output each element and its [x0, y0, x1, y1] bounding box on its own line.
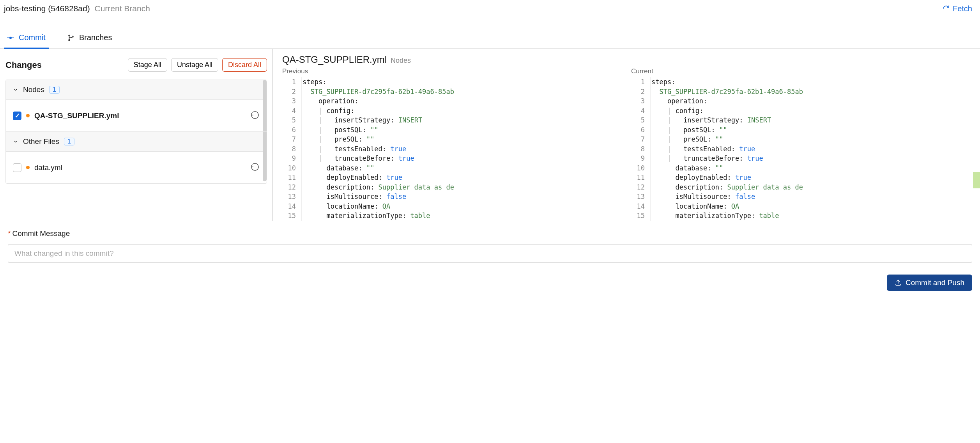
group-other-files-label: Other Files: [23, 137, 59, 146]
branch-hash: (546828ad): [48, 4, 90, 13]
group-other-files[interactable]: Other Files 1: [6, 132, 267, 152]
current-label: Current: [631, 67, 980, 77]
commit-icon: [7, 34, 14, 41]
unstage-all-button[interactable]: Unstage All: [171, 58, 218, 72]
chevron-down-icon: [13, 139, 18, 144]
diff-highlight-bar: [973, 172, 980, 188]
fetch-button[interactable]: Fetch: [943, 4, 972, 13]
upload-icon: [895, 279, 902, 286]
code-previous: 1steps:2 STG_SUPPLIER-d7c295fa-62b1-49a6…: [282, 77, 631, 221]
code-current: 1steps:2 STG_SUPPLIER-d7c295fa-62b1-49a6…: [631, 77, 980, 221]
tab-branches[interactable]: Branches: [64, 27, 115, 48]
group-nodes[interactable]: Nodes 1: [6, 80, 267, 100]
required-asterisk: *: [8, 229, 11, 237]
commit-and-push-label: Commit and Push: [906, 278, 964, 287]
diff-subtitle: Nodes: [391, 57, 411, 65]
branches-icon: [67, 34, 74, 41]
changes-title: Changes: [5, 60, 42, 70]
file-name: data.yml: [34, 163, 246, 172]
commit-message-label: *Commit Message: [8, 229, 972, 238]
tab-commit[interactable]: Commit: [4, 27, 49, 48]
modified-dot-icon: [26, 166, 30, 169]
group-other-files-count: 1: [64, 138, 74, 145]
branch-name: jobs-testing: [4, 4, 46, 13]
tab-commit-label: Commit: [19, 33, 46, 42]
undo-icon: [250, 162, 260, 171]
svg-point-4: [69, 39, 70, 41]
discard-all-button[interactable]: Discard All: [222, 58, 267, 72]
file-checkbox[interactable]: [13, 163, 21, 172]
fetch-label: Fetch: [953, 4, 972, 13]
svg-point-3: [69, 35, 70, 36]
svg-point-0: [10, 37, 12, 39]
file-row[interactable]: QA-STG_SUPPLIER.yml: [6, 100, 267, 132]
undo-button[interactable]: [250, 110, 260, 121]
branch-label: Current Branch: [95, 4, 150, 13]
chevron-down-icon: [13, 87, 18, 92]
group-nodes-label: Nodes: [23, 85, 44, 94]
undo-icon: [250, 110, 260, 119]
modified-dot-icon: [26, 114, 30, 117]
file-name: QA-STG_SUPPLIER.yml: [34, 112, 246, 120]
file-row[interactable]: data.yml: [6, 152, 267, 183]
commit-message-input[interactable]: [8, 244, 972, 263]
undo-button[interactable]: [250, 162, 260, 173]
previous-label: Previous: [282, 67, 631, 77]
group-nodes-count: 1: [49, 86, 60, 94]
branch-info: jobs-testing (546828ad) Current Branch: [4, 4, 150, 13]
tab-branches-label: Branches: [79, 33, 112, 42]
commit-and-push-button[interactable]: Commit and Push: [887, 275, 972, 291]
stage-all-button[interactable]: Stage All: [128, 58, 167, 72]
refresh-icon: [943, 5, 950, 12]
file-checkbox[interactable]: [13, 112, 21, 120]
diff-filename: QA-STG_SUPPLIER.yml: [282, 54, 387, 65]
